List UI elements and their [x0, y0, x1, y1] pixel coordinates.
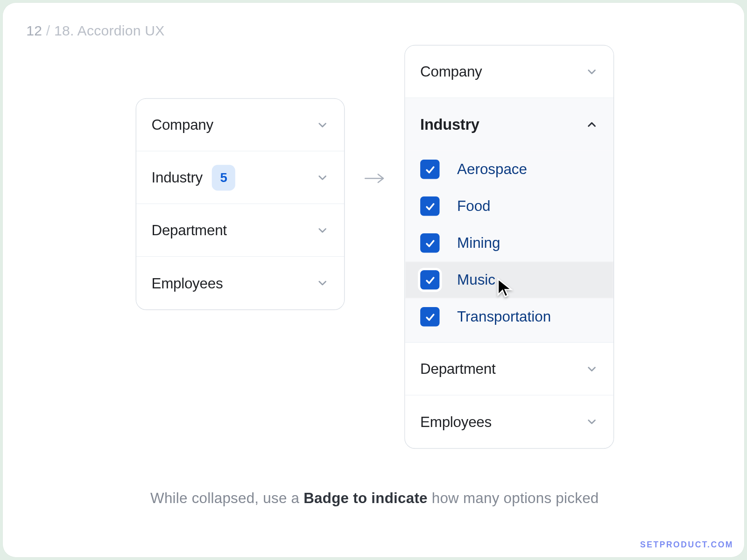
accordion-label: Employees	[420, 413, 492, 430]
caption-pre: While collapsed, use a	[150, 490, 303, 506]
chevron-down-icon	[316, 277, 329, 290]
accordion-label: Company	[420, 63, 482, 80]
option-label: Mining	[457, 235, 500, 252]
chevron-down-icon	[585, 415, 599, 428]
arrow-right-icon	[364, 171, 387, 188]
chevron-down-icon	[316, 119, 329, 132]
page-title-sep: .	[70, 23, 78, 39]
accordion-expanded: Company Industry Aerospace	[404, 45, 614, 448]
option-label: Music	[457, 272, 495, 288]
accordion-item-company[interactable]: Company	[136, 99, 344, 152]
checkbox-checked-icon[interactable]	[420, 233, 439, 252]
checkbox-checked-icon[interactable]	[420, 196, 439, 216]
accordion-collapsed: Company Industry 5 Department	[136, 98, 345, 310]
accordion-label: Company	[152, 116, 213, 133]
accordion-label: Industry	[420, 115, 479, 133]
checkbox-checked-icon[interactable]	[420, 270, 439, 289]
checkbox-checked-icon[interactable]	[420, 160, 439, 179]
option-label: Aerospace	[457, 161, 527, 178]
chevron-down-icon	[585, 65, 599, 78]
caption-bold: Badge to indicate	[303, 490, 428, 506]
accordion-item-employees[interactable]: Employees	[136, 257, 344, 309]
accordion-item-department[interactable]: Department	[405, 343, 613, 396]
option-transportation[interactable]: Transportation	[405, 298, 613, 335]
option-label: Transportation	[457, 308, 551, 325]
chevron-down-icon	[316, 171, 329, 184]
chevron-down-icon	[316, 224, 329, 237]
accordion-item-department[interactable]: Department	[136, 204, 344, 257]
option-aerospace[interactable]: Aerospace	[405, 151, 613, 188]
accordion-options: Aerospace Food Mining	[405, 151, 613, 343]
brand-label: SETPRODUCT.COM	[640, 540, 733, 549]
option-mining[interactable]: Mining	[405, 224, 613, 261]
accordion-item-company[interactable]: Company	[405, 46, 613, 98]
accordion-label: Department	[420, 360, 495, 377]
count-badge: 5	[212, 165, 235, 190]
accordion-label: Employees	[152, 274, 223, 291]
page-title: Accordion UX	[78, 23, 165, 39]
checkbox-checked-icon[interactable]	[420, 307, 439, 326]
page-total: 18	[54, 23, 70, 39]
caption-post: how many options picked	[428, 490, 599, 506]
accordion-item-industry[interactable]: Industry 5	[136, 152, 344, 204]
accordion-label: Industry	[152, 169, 203, 186]
accordion-item-industry[interactable]: Industry	[405, 98, 613, 151]
option-label: Food	[457, 198, 490, 215]
breadcrumb: 12 / 18. Accordion UX	[26, 23, 164, 39]
caption: While collapsed, use a Badge to indicate…	[3, 490, 744, 506]
accordion-item-employees[interactable]: Employees	[405, 395, 613, 448]
page-current: 12	[26, 23, 42, 39]
page-separator: /	[46, 23, 54, 39]
chevron-down-icon	[585, 363, 599, 376]
accordion-label: Department	[152, 222, 227, 238]
option-music[interactable]: Music	[405, 261, 613, 298]
option-food[interactable]: Food	[405, 188, 613, 224]
chevron-up-icon	[585, 118, 599, 131]
